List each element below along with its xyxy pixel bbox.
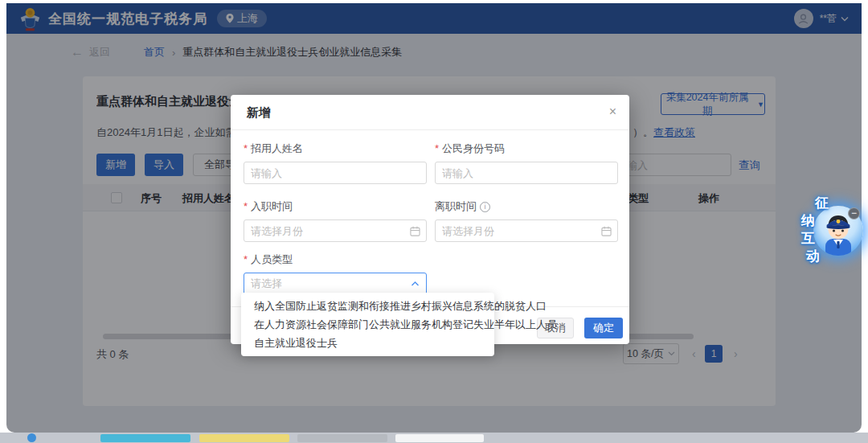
widget-char-hu: 互 [801, 229, 815, 248]
field-hired-name: 招用人姓名 [244, 142, 427, 184]
close-icon[interactable]: × [609, 104, 616, 120]
info-circle-icon[interactable]: i [480, 202, 490, 212]
screen: 全国统一规范电子税务局 上海 **菅 [0, 0, 868, 443]
widget-char-dong: 动 [806, 247, 820, 265]
leave-date-input[interactable] [435, 219, 618, 242]
os-taskbar [0, 433, 868, 443]
field-label: 招用人姓名 [244, 142, 303, 156]
calendar-icon [410, 226, 420, 236]
dropdown-option[interactable]: 在人力资源社会保障部门公共就业服务机构登记失业半年以上人员 [241, 315, 494, 334]
hire-date-input[interactable] [244, 219, 427, 242]
widget-minimize-icon[interactable]: − [848, 207, 860, 219]
calendar-icon [601, 226, 612, 236]
taskbar-item[interactable] [199, 434, 289, 442]
taskbar-item[interactable] [297, 434, 387, 442]
modal-header: 新增 × [231, 95, 629, 130]
add-modal: 新增 × 招用人姓名 公民身份号码 入职时间 [231, 95, 629, 344]
person-type-dropdown: 纳入全国防止返贫监测和衔接推进乡村振兴信息系统的脱贫人口 在人力资源社会保障部门… [241, 293, 494, 356]
citizen-id-input[interactable] [435, 162, 618, 184]
taskbar-item[interactable] [27, 433, 36, 442]
field-hire-date: 入职时间 [244, 199, 427, 242]
chevron-up-icon [411, 281, 420, 287]
hired-name-input[interactable] [244, 162, 427, 184]
taskbar-item[interactable] [395, 434, 484, 442]
widget-char-na: 纳 [801, 211, 815, 230]
field-label: 离职时间 [435, 199, 477, 214]
field-person-type: 人员类型 请选择 [244, 252, 427, 295]
taskbar-item[interactable] [100, 434, 190, 442]
modal-title: 新增 [247, 105, 271, 121]
field-label: 公民身份号码 [435, 142, 505, 156]
tax-interaction-widget[interactable]: 征 纳 互 动 − [800, 189, 868, 269]
confirm-button[interactable]: 确定 [584, 318, 623, 338]
field-citizen-id: 公民身份号码 [435, 142, 618, 184]
field-leave-date: 离职时间 i [435, 199, 618, 242]
person-type-select[interactable]: 请选择 [244, 273, 427, 295]
field-label: 人员类型 [244, 252, 293, 267]
widget-char-zheng: 征 [815, 194, 829, 212]
dropdown-option[interactable]: 自主就业退役士兵 [241, 334, 494, 352]
field-label: 入职时间 [244, 199, 293, 214]
select-placeholder: 请选择 [251, 277, 282, 291]
dropdown-option[interactable]: 纳入全国防止返贫监测和衔接推进乡村振兴信息系统的脱贫人口 [241, 297, 494, 315]
